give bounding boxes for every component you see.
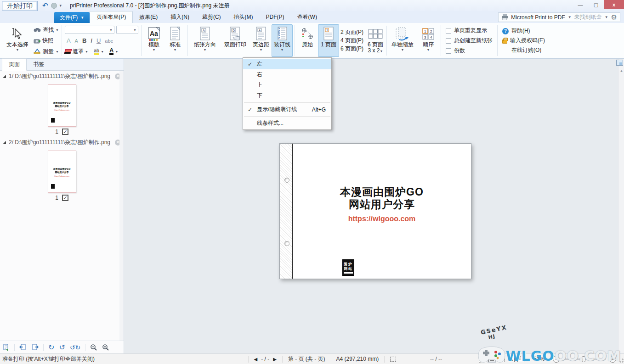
- tab-crop[interactable]: 裁剪(C): [196, 11, 227, 23]
- page-include-checkbox[interactable]: ✓: [62, 195, 68, 201]
- add-page-icon[interactable]: [3, 344, 10, 351]
- tab-insert[interactable]: 插入(N): [164, 11, 196, 23]
- selection-tool-indicator[interactable]: [385, 357, 402, 362]
- font-color-button[interactable]: A ▼: [109, 48, 118, 55]
- menu-item-bottom[interactable]: 下: [243, 90, 331, 101]
- move-page-left-icon[interactable]: [19, 344, 27, 351]
- tab-header[interactable]: 抬头(M): [227, 11, 260, 23]
- shrink-font-button[interactable]: A: [75, 38, 78, 44]
- create-new-paper-checkbox[interactable]: 总创建至新纸张: [446, 37, 493, 45]
- page-thumbnail-1[interactable]: 本漫画由围炉GO 网站用户分享 https://wlgooo.com: [48, 84, 76, 127]
- text-select-label: 文本选择: [6, 42, 28, 48]
- menu-item-line-style[interactable]: 线条样式...: [243, 118, 331, 129]
- menu-item-right[interactable]: 右: [243, 69, 331, 80]
- six-page-button[interactable]: 6 页面(P): [340, 45, 363, 53]
- document-group-header-2[interactable]: 2/ D:\围炉go111111111\杂志\围炉制作.png ✕: [0, 137, 124, 148]
- mask-button[interactable]: 遮罩 ▼: [65, 48, 88, 56]
- expand-triangle-icon[interactable]: [3, 141, 6, 144]
- menu-item-top[interactable]: 上: [243, 80, 331, 90]
- menu-item-left[interactable]: ✓ 左: [243, 59, 331, 69]
- panel-toggle-icon[interactable]: [616, 60, 623, 66]
- start-print-button[interactable]: 开始打印: [2, 1, 38, 11]
- order-button[interactable]: 1 2 3 4 顺序 ▼: [418, 24, 439, 57]
- one-page-button[interactable]: 1 1 页面: [318, 24, 339, 57]
- gutter-button[interactable]: 装订线 ▼: [272, 24, 293, 57]
- four-page-button[interactable]: 4 页面(P): [340, 37, 363, 45]
- tab-page-layout[interactable]: 页面布局(P): [90, 11, 133, 23]
- continuous-view-icon[interactable]: [498, 356, 505, 362]
- next-page-arrow-icon[interactable]: ▶: [273, 357, 277, 362]
- two-page-button[interactable]: 2 页面(P): [340, 28, 363, 36]
- scroll-up-arrow[interactable]: ▲: [618, 69, 624, 73]
- grid-view-icon[interactable]: [517, 356, 524, 362]
- snapshot-button[interactable]: 快照: [34, 37, 59, 45]
- preview-canvas[interactable]: 本漫画由围炉GO 网站用户分享 https://wlgooo.com 围炉 网站: [124, 59, 624, 353]
- font-size-combobox[interactable]: ▼: [116, 26, 138, 34]
- file-menu-label: 文件(F): [60, 14, 78, 22]
- font-family-combobox[interactable]: ▼: [65, 26, 114, 34]
- duplex-print-button[interactable]: D 双面打印: [220, 24, 250, 57]
- menu-item-show-hide-gutter[interactable]: ✓ 显示/隐藏装订线 Alt+G: [243, 104, 331, 115]
- tab-view[interactable]: 查看(W): [291, 11, 323, 23]
- single-page-view-icon[interactable]: [488, 356, 495, 362]
- repeat-single-page-checkbox[interactable]: 单页重复显示: [446, 27, 493, 34]
- zoom-in-icon[interactable]: [102, 344, 109, 351]
- redo-icon[interactable]: [51, 3, 57, 9]
- close-button[interactable]: x: [604, 0, 624, 9]
- copies-checkbox[interactable]: 份数: [446, 47, 493, 55]
- bold-button[interactable]: B: [82, 37, 86, 44]
- individual-scale-button[interactable]: 单独缩放 ▼: [387, 24, 418, 57]
- vertical-scrollbar[interactable]: ▲: [618, 59, 624, 353]
- zoom-out-icon[interactable]: [90, 344, 97, 351]
- printer-settings-gear-icon[interactable]: ⚙: [611, 13, 617, 22]
- enter-license-button[interactable]: 输入授权码(E): [502, 37, 545, 45]
- margins-button[interactable]: A 页边距 ▼: [250, 24, 272, 57]
- rotate-ccw-icon[interactable]: ↺: [59, 343, 65, 352]
- italic-button[interactable]: I: [91, 37, 92, 44]
- zoom-slider-thumb[interactable]: [582, 356, 585, 362]
- page-include-checkbox[interactable]: ✓: [62, 129, 68, 135]
- prev-page-arrow-icon[interactable]: ◀: [254, 357, 258, 362]
- zoom-in-button[interactable]: +: [609, 356, 616, 363]
- book-view-icon[interactable]: [479, 355, 486, 363]
- measure-button[interactable]: 测量 ▼: [34, 47, 59, 56]
- text-highlight-button[interactable]: ab ▼: [94, 48, 104, 55]
- sidebar-tab-pages[interactable]: 页面: [2, 58, 27, 71]
- buy-online-button[interactable]: 在线订购(O): [502, 46, 545, 54]
- file-menu-button[interactable]: 文件(F) ▼: [54, 12, 90, 23]
- text-select-button[interactable]: 文本选择 ▼: [2, 24, 33, 57]
- help-button[interactable]: ? 帮助(H): [502, 27, 545, 35]
- facing-view-icon[interactable]: [508, 356, 515, 362]
- sidebar-scrollbar[interactable]: [119, 71, 124, 341]
- template-button[interactable]: Aa 模版 ▼: [143, 24, 165, 57]
- printer-dropdown-icon[interactable]: ▼: [568, 15, 572, 19]
- undo-icon[interactable]: ↶: [42, 1, 48, 10]
- strikethrough-button[interactable]: abc: [105, 38, 113, 44]
- tab-pdf[interactable]: PDF(P): [260, 11, 291, 23]
- grow-font-button[interactable]: A: [67, 37, 71, 44]
- svg-text:Aa: Aa: [150, 30, 158, 37]
- qat-customize-icon[interactable]: ▾: [60, 3, 62, 8]
- document-group-header-1[interactable]: 1/ D:\围炉go111111111\杂志\围炉制作.png ✕: [0, 71, 124, 82]
- page-thumbnail-2[interactable]: 本漫画由围炉GO 网站用户分享 https://wlgooo.com: [48, 151, 76, 193]
- original-button[interactable]: 原始: [297, 24, 318, 57]
- zoom-slider[interactable]: [563, 358, 606, 360]
- six-page-grid-button[interactable]: 6 页面 3 x 2▼: [365, 24, 386, 57]
- tray-dropdown-icon[interactable]: ▼: [605, 15, 608, 19]
- printer-selector[interactable]: Microsoft Print to PDF ▼ 未找到纸盒 ▼ ⚙: [498, 12, 620, 22]
- restore-button[interactable]: ▢: [588, 0, 604, 9]
- paper-orientation-button[interactable]: A 纸张方向 ▼: [190, 24, 220, 57]
- rotate-180-icon[interactable]: ↺↻: [70, 344, 80, 351]
- move-page-right-icon[interactable]: [31, 344, 39, 351]
- expand-triangle-icon[interactable]: [3, 75, 6, 78]
- tab-effects[interactable]: 效果(E): [133, 11, 164, 23]
- preview-page[interactable]: 本漫画由围炉GO 网站用户分享 https://wlgooo.com 围炉 网站: [279, 143, 471, 279]
- rotate-cw-icon[interactable]: ↻: [48, 343, 54, 352]
- underline-button[interactable]: U: [96, 37, 101, 44]
- resize-grip[interactable]: [619, 354, 624, 364]
- standard-button[interactable]: 标准 ▼: [165, 24, 186, 57]
- minimize-button[interactable]: —: [573, 0, 588, 9]
- zoom-out-button[interactable]: −: [553, 356, 560, 363]
- find-button[interactable]: 查找 ▼: [34, 26, 59, 34]
- sidebar-tab-bookmarks[interactable]: 书签: [27, 59, 51, 70]
